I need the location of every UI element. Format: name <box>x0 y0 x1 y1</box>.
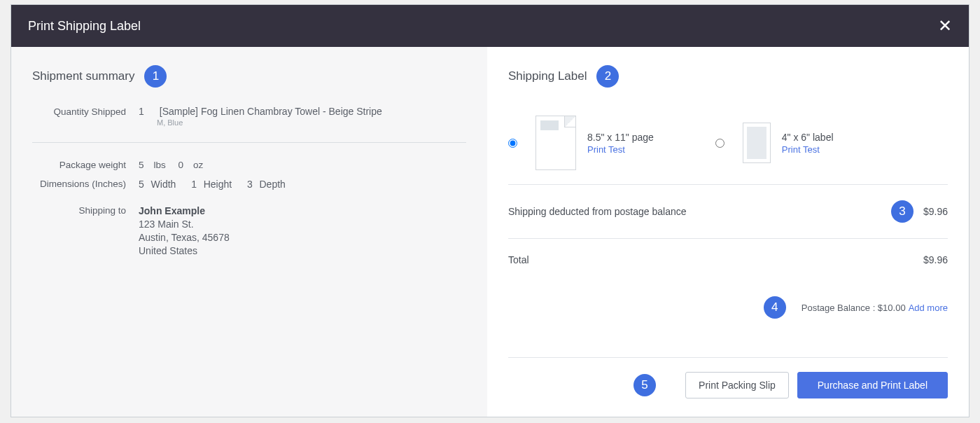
letter-print-test-link[interactable]: Print Test <box>587 144 654 155</box>
item-qty: 1 <box>139 106 157 117</box>
address-line2: Austin, Texas, 45678 <box>139 232 466 243</box>
shipto-label: Shipping to <box>32 205 139 256</box>
letter-option-text: 8.5" x 11" page Print Test <box>587 132 654 155</box>
print-shipping-label-modal: Print Shipping Label ✕ Shipment summary … <box>10 4 969 417</box>
dim-width-label: Width <box>151 179 176 190</box>
shipping-label-panel: Shipping Label 2 8.5" x 11" page Print T… <box>487 47 969 417</box>
postage-balance-text: Postage Balance : $10.00 <box>802 303 906 313</box>
modal-title: Print Shipping Label <box>28 19 141 34</box>
deducted-right: 3 $9.96 <box>891 200 948 223</box>
add-more-link[interactable]: Add more <box>909 303 948 313</box>
quantity-shipped-row: Quantity Shipped 1 [Sample] Fog Linen Ch… <box>32 106 466 127</box>
print-packing-slip-button[interactable]: Print Packing Slip <box>685 372 789 398</box>
address-name: John Example <box>139 205 466 216</box>
postage-balance-row: 4 Postage Balance : $10.00 Add more <box>508 296 948 319</box>
label-option-thermal: 4" x 6" label Print Test <box>715 116 834 170</box>
summary-divider <box>32 142 466 143</box>
address-line1: 123 Main St. <box>139 219 466 230</box>
weight-oz-value: 0 <box>178 160 184 170</box>
total-amount: $9.96 <box>923 254 948 265</box>
dim-width-value: 5 <box>139 179 144 190</box>
summary-title: Shipment summary <box>32 69 134 83</box>
weight-lbs-value: 5 <box>139 160 144 170</box>
total-row: Total $9.96 <box>508 239 948 281</box>
weight-label: Package weight <box>32 160 139 170</box>
annotation-badge-5: 5 <box>634 374 656 396</box>
total-label: Total <box>508 254 529 265</box>
shipto-value: John Example 123 Main St. Austin, Texas,… <box>139 205 466 256</box>
dims-label: Dimensions (Inches) <box>32 179 139 190</box>
weight-lbs-unit: lbs <box>154 160 166 170</box>
dims-value: 5 Width 1 Height 3 Depth <box>139 179 466 190</box>
deducted-amount: $9.96 <box>923 206 948 217</box>
annotation-badge-1: 1 <box>144 65 167 88</box>
dim-depth-value: 3 <box>247 179 253 190</box>
thermal-print-test-link[interactable]: Print Test <box>782 144 834 155</box>
summary-header: Shipment summary 1 <box>32 65 466 88</box>
address-line3: United States <box>139 245 466 256</box>
qty-value: 1 [Sample] Fog Linen Chambray Towel - Be… <box>139 106 466 127</box>
label-title: Shipping Label <box>508 69 587 83</box>
dim-height-label: Height <box>204 179 232 190</box>
annotation-badge-3: 3 <box>891 200 913 223</box>
label-options: 8.5" x 11" page Print Test 4" x 6" label… <box>508 116 948 185</box>
letter-title: 8.5" x 11" page <box>587 132 654 143</box>
dimensions-row: Dimensions (Inches) 5 Width 1 Height 3 D… <box>32 179 466 190</box>
purchase-and-print-button[interactable]: Purchase and Print Label <box>797 372 948 398</box>
shipment-summary-panel: Shipment summary 1 Quantity Shipped 1 [S… <box>11 47 487 417</box>
modal-body: Shipment summary 1 Quantity Shipped 1 [S… <box>11 47 969 417</box>
deducted-label: Shipping deducted from postage balance <box>508 206 687 217</box>
thermal-title: 4" x 6" label <box>782 132 834 143</box>
label-icon <box>743 123 771 163</box>
radio-thermal[interactable] <box>715 139 724 148</box>
weight-oz-unit: oz <box>193 160 203 170</box>
close-icon[interactable]: ✕ <box>938 18 952 34</box>
weight-value: 5lbs 0oz <box>139 160 466 170</box>
package-weight-row: Package weight 5lbs 0oz <box>32 160 466 170</box>
radio-letter[interactable] <box>508 139 517 148</box>
item-variant: M, Blue <box>139 118 466 127</box>
modal-header: Print Shipping Label ✕ <box>11 5 969 47</box>
label-header: Shipping Label 2 <box>508 65 948 88</box>
shipping-to-row: Shipping to John Example 123 Main St. Au… <box>32 205 466 256</box>
item-name: [Sample] Fog Linen Chambray Towel - Beig… <box>160 106 382 117</box>
shipping-deducted-row: Shipping deducted from postage balance 3… <box>508 185 948 239</box>
qty-label: Quantity Shipped <box>32 106 139 127</box>
dim-height-value: 1 <box>191 179 197 190</box>
dim-depth-label: Depth <box>259 179 285 190</box>
annotation-badge-2: 2 <box>596 65 619 88</box>
modal-footer: 5 Print Packing Slip Purchase and Print … <box>508 357 948 398</box>
label-option-letter: 8.5" x 11" page Print Test <box>508 116 654 170</box>
thermal-option-text: 4" x 6" label Print Test <box>782 132 834 155</box>
page-icon <box>536 116 576 170</box>
annotation-badge-4: 4 <box>764 296 786 319</box>
